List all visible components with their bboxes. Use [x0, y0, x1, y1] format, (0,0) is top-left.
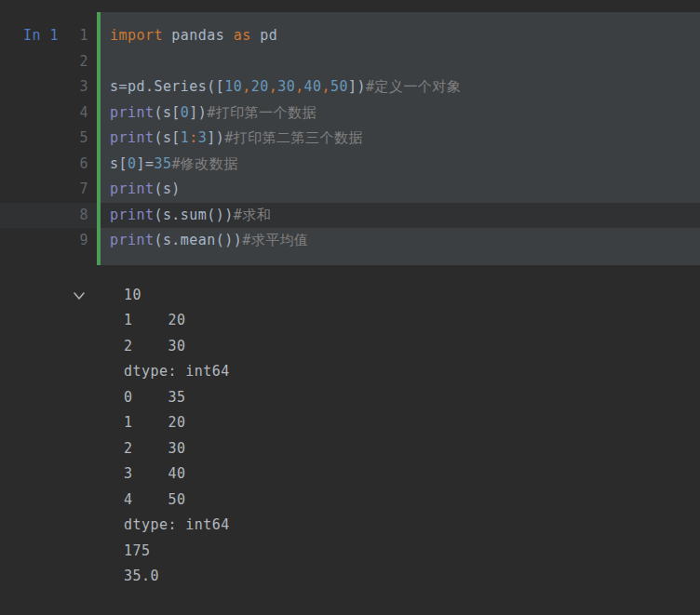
code-line[interactable]: 2	[0, 49, 700, 75]
token-com: #求平均值	[242, 232, 308, 248]
output-line: 10	[124, 283, 700, 309]
cell-padding-bottom	[0, 254, 700, 265]
gutter: 2	[0, 49, 97, 75]
output-line: 1 20	[124, 410, 700, 436]
token-num: 35	[154, 155, 171, 172]
gutter: 9	[0, 228, 97, 254]
code-cell: In 11import pandas as pd23s=pd.Series([1…	[0, 12, 700, 265]
token-com: #求和	[234, 207, 271, 223]
code-text[interactable]: print(s[1:3])#打印第二第三个数据	[101, 126, 700, 152]
gutter: 4	[0, 100, 97, 127]
token-com: #修改数据	[171, 155, 237, 172]
token-def: s[	[110, 155, 128, 172]
token-num: 3	[198, 129, 207, 146]
cell-output: 101 202 30dtype: int640 351 202 303 404 …	[0, 283, 700, 590]
token-num: 1	[181, 129, 189, 146]
token-bi: print	[110, 180, 154, 197]
gutter: 7	[0, 177, 97, 203]
token-def: ])	[189, 104, 207, 121]
token-pun: ,	[269, 78, 277, 95]
line-number[interactable]: 3	[80, 78, 88, 95]
code-text[interactable]	[101, 49, 700, 75]
gutter: 6	[0, 152, 97, 178]
code-line[interactable]: 4print(s[0])#打印第一个数据	[0, 100, 700, 127]
token-def: (s[	[154, 129, 180, 146]
output-line: 2 30	[124, 334, 700, 360]
code-line[interactable]: 7print(s)	[0, 177, 700, 203]
token-pun: :	[189, 129, 197, 146]
token-def: ])	[207, 129, 224, 146]
code-text[interactable]: print(s[0])#打印第一个数据	[101, 100, 700, 127]
token-def: ]=	[136, 155, 154, 172]
token-bi: print	[110, 207, 154, 223]
code-line[interactable]: 9print(s.mean())#求平均值	[0, 228, 700, 254]
token-bi: print	[110, 129, 154, 146]
code-line[interactable]: 3s=pd.Series([10,20,30,40,50])#定义一个对象	[0, 74, 700, 100]
token-pun: ,	[322, 78, 330, 95]
token-bi: print	[110, 104, 154, 121]
token-pun: ,	[295, 78, 303, 95]
token-num: 30	[277, 78, 295, 95]
code-text[interactable]: s[0]=35#修改数据	[101, 152, 700, 178]
top-spacer	[0, 0, 700, 12]
code-text[interactable]: print(s)	[101, 177, 700, 203]
chevron-down-icon[interactable]	[72, 289, 87, 302]
output-line: 3 40	[124, 461, 700, 488]
output-line: 35.0	[124, 564, 700, 590]
code-text[interactable]: s=pd.Series([10,20,30,40,50])#定义一个对象	[101, 74, 700, 100]
code-line[interactable]: In 11import pandas as pd	[0, 23, 700, 49]
token-kw: as	[234, 27, 251, 44]
output-line: 1 20	[124, 308, 700, 334]
line-number[interactable]: 1	[80, 27, 88, 44]
execution-count-label: In 1	[23, 23, 59, 49]
output-line: 2 30	[124, 436, 700, 462]
token-def: pandas	[163, 27, 234, 44]
code-text[interactable]: print(s.sum())#求和	[101, 203, 700, 229]
token-def: s=pd.Series([	[110, 78, 224, 95]
line-number[interactable]: 8	[80, 207, 88, 223]
code-line[interactable]: 5print(s[1:3])#打印第二第三个数据	[0, 126, 700, 152]
token-num: 10	[224, 78, 242, 95]
code-line[interactable]: 8print(s.sum())#求和	[0, 203, 700, 229]
token-com: #打印第一个数据	[207, 104, 316, 121]
cell-padding-top	[0, 12, 700, 23]
output-line: 175	[124, 539, 700, 565]
token-num: 50	[330, 78, 348, 95]
code-line[interactable]: 6s[0]=35#修改数据	[0, 152, 700, 178]
token-pun: ,	[242, 78, 250, 95]
line-number[interactable]: 4	[80, 104, 88, 121]
token-def: (s.mean())	[154, 232, 242, 248]
token-num: 40	[304, 78, 322, 95]
token-bi: print	[110, 232, 154, 248]
code-text[interactable]: print(s.mean())#求平均值	[101, 228, 700, 254]
line-number[interactable]: 9	[80, 232, 88, 248]
notebook-editor: In 11import pandas as pd23s=pd.Series([1…	[0, 0, 700, 615]
token-def: (s)	[154, 180, 180, 197]
output-line: dtype: int64	[124, 359, 700, 385]
output-line: 4 50	[124, 488, 700, 514]
token-num: 0	[181, 104, 189, 121]
gutter: 5	[0, 126, 97, 152]
gutter: 8	[0, 203, 97, 229]
line-number[interactable]: 6	[80, 155, 88, 172]
token-def: (s.sum())	[154, 207, 233, 223]
token-def: pd	[251, 27, 277, 44]
output-line: 0 35	[124, 385, 700, 411]
line-number[interactable]: 2	[80, 53, 88, 70]
output-line: dtype: int64	[124, 513, 700, 539]
token-com: #定义一个对象	[366, 78, 461, 95]
token-kw: import	[110, 27, 163, 44]
line-number[interactable]: 7	[80, 180, 88, 197]
line-number[interactable]: 5	[80, 129, 88, 146]
token-num: 20	[251, 78, 269, 95]
token-def: ])	[348, 78, 366, 95]
token-com: #打印第二第三个数据	[224, 129, 363, 146]
code-text[interactable]: import pandas as pd	[101, 23, 700, 49]
gutter: 3	[0, 74, 97, 100]
gutter: In 11	[0, 23, 97, 49]
token-def: (s[	[154, 104, 180, 121]
